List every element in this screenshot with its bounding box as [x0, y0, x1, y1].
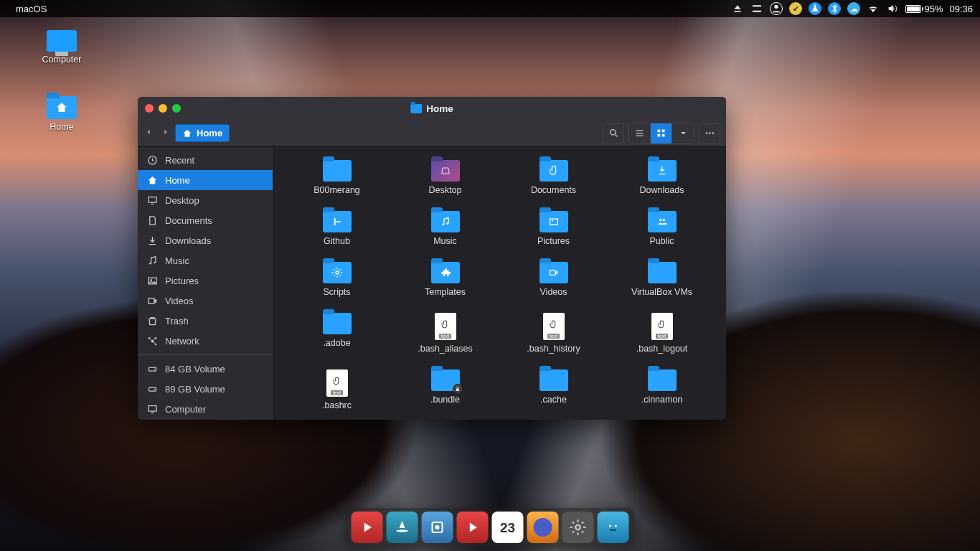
svg-point-12	[154, 261, 156, 263]
view-dropdown-button[interactable]	[672, 123, 694, 143]
sidebar-device[interactable]: 89 GB Volume	[138, 379, 273, 399]
maximize-button[interactable]	[172, 104, 181, 113]
sidebar-item-videos[interactable]: Videos	[138, 291, 273, 311]
file-item-label: Github	[324, 236, 350, 246]
file-item[interactable]: .cinnamon	[612, 369, 712, 410]
sidebar-item-recent[interactable]: Recent	[138, 150, 273, 170]
desktop-icon-computer[interactable]: Computer	[30, 30, 93, 65]
desktop-icon-home[interactable]: Home	[30, 96, 93, 132]
home-icon	[146, 174, 158, 186]
tray-bluetooth-icon[interactable]	[828, 2, 841, 15]
tray-user-icon[interactable]	[770, 2, 783, 15]
textfile-icon	[435, 313, 456, 340]
svg-rect-2	[658, 130, 661, 133]
file-item[interactable]: Public	[612, 211, 712, 246]
file-item[interactable]: .bash_logout	[612, 313, 712, 354]
view-list-button[interactable]	[629, 123, 651, 143]
view-grid-button[interactable]	[651, 123, 672, 143]
file-item[interactable]: .bashrc	[287, 369, 387, 410]
svg-point-39	[575, 525, 580, 530]
minimize-button[interactable]	[159, 104, 167, 113]
file-item-label: VirtualBox VMs	[631, 287, 692, 297]
file-item[interactable]: .cache	[504, 369, 603, 410]
desktop-icon-label: Home	[30, 122, 93, 132]
dock-app-calendar[interactable]: 23	[492, 512, 524, 543]
sidebar-item-home[interactable]: Home	[138, 170, 273, 190]
search-button[interactable]	[603, 123, 624, 143]
file-item[interactable]: .bundle	[395, 369, 495, 410]
file-item[interactable]: Github	[287, 211, 387, 246]
tray-appstore-icon[interactable]	[809, 2, 821, 15]
sidebar-separator	[138, 354, 273, 355]
file-item[interactable]: Downloads	[612, 160, 712, 195]
svg-point-27	[339, 221, 341, 223]
tray-battery[interactable]: 95%	[905, 4, 943, 14]
tray-cloud-icon[interactable]: ☁	[847, 2, 860, 15]
dock-app-wizard[interactable]	[387, 512, 418, 543]
more-options-button[interactable]	[699, 123, 720, 143]
folder-icon	[540, 369, 568, 391]
svg-point-28	[442, 224, 444, 226]
titlebar[interactable]: Home	[138, 97, 726, 120]
sidebar-item-trash[interactable]: Trash	[138, 311, 273, 331]
svg-point-31	[552, 220, 553, 222]
file-item[interactable]: Music	[395, 211, 495, 246]
svg-rect-15	[148, 298, 154, 303]
sidebar-device[interactable]: Computer	[138, 399, 273, 419]
file-item-label: Scripts	[323, 287, 350, 297]
sidebar-item-label: Music	[165, 255, 189, 266]
sidebar-item-music[interactable]: Music	[138, 250, 273, 270]
svg-point-29	[446, 222, 448, 225]
file-item[interactable]: VirtualBox VMs	[612, 262, 712, 297]
svg-rect-24	[148, 405, 156, 411]
picture-icon	[146, 275, 158, 286]
svg-point-26	[334, 223, 336, 225]
close-button[interactable]	[145, 104, 154, 113]
tray-volume-icon[interactable]	[886, 2, 899, 15]
dock-app-firefox[interactable]	[527, 512, 559, 543]
sidebar-item-downloads[interactable]: Downloads	[138, 230, 273, 250]
dock-app-settings[interactable]	[562, 512, 594, 543]
file-item[interactable]: Templates	[395, 262, 495, 297]
tray-workspace-icon[interactable]	[750, 2, 763, 15]
tray-wifi-icon[interactable]	[867, 2, 880, 15]
file-item[interactable]: .bash_aliases	[395, 313, 495, 354]
folder-icon	[323, 160, 352, 182]
svg-rect-4	[658, 134, 661, 137]
file-item-label: .adobe	[323, 338, 350, 348]
file-item[interactable]: Pictures	[504, 211, 603, 246]
folder-icon	[431, 262, 460, 283]
file-item[interactable]: Desktop	[395, 160, 495, 195]
sidebar-device[interactable]: 84 GB Volume	[138, 359, 273, 379]
nav-back-button[interactable]	[143, 127, 154, 140]
file-item-label: Music	[433, 236, 457, 246]
sidebar-item-desktop[interactable]: Desktop	[138, 190, 273, 210]
tray-shield-icon[interactable]: ✔	[789, 2, 802, 15]
dock-app-media2[interactable]	[457, 512, 489, 543]
sidebar-item-documents[interactable]: Documents	[138, 210, 273, 230]
file-item[interactable]: .bash_history	[504, 313, 603, 354]
folder-icon	[431, 160, 460, 182]
svg-point-32	[659, 219, 661, 222]
file-item[interactable]: B00merang	[287, 160, 387, 195]
file-item[interactable]: Scripts	[287, 262, 387, 297]
clock[interactable]: 09:36	[949, 4, 973, 14]
file-item[interactable]: Videos	[504, 262, 603, 297]
dock-app-mail[interactable]	[422, 512, 453, 543]
dock-app-media1[interactable]	[352, 512, 383, 543]
file-item[interactable]: Documents	[504, 160, 603, 195]
sidebar-item-pictures[interactable]: Pictures	[138, 270, 273, 291]
sidebar-item-network[interactable]: Network	[138, 331, 273, 351]
svg-point-7	[709, 132, 711, 134]
network-icon	[146, 335, 158, 347]
battery-icon	[905, 5, 921, 13]
menubar-app-name[interactable]: macOS	[16, 4, 47, 14]
path-home-chip[interactable]: Home	[175, 124, 230, 142]
nav-forward-button[interactable]	[161, 127, 171, 140]
tray-eject-icon[interactable]	[731, 2, 744, 15]
dock-app-users[interactable]	[598, 512, 629, 543]
file-item[interactable]: .adobe	[287, 313, 387, 354]
folder-icon	[431, 369, 460, 391]
svg-rect-10	[148, 197, 156, 202]
svg-point-1	[610, 130, 616, 136]
